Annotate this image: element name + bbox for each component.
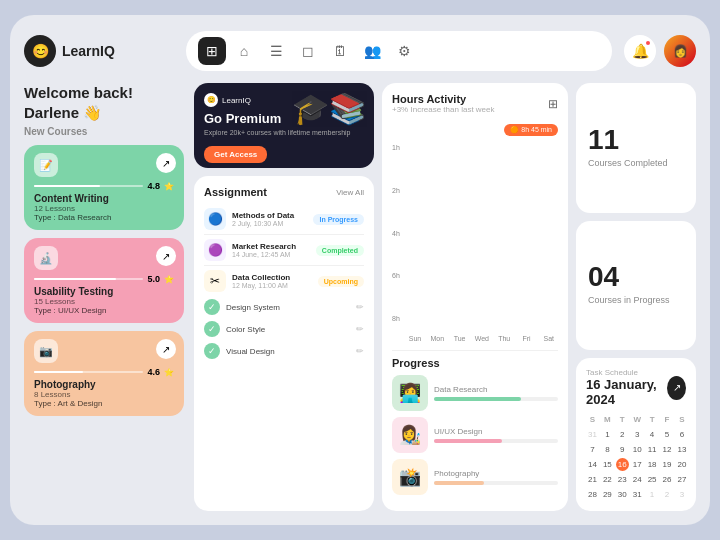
bar-fri: Fri — [517, 333, 535, 342]
assign-date-1: 14 June, 12:45 AM — [232, 251, 310, 258]
nav-grid[interactable]: ⊞ — [198, 37, 226, 65]
activity-grid-icon[interactable]: ⊞ — [548, 97, 558, 111]
stat-progress-label: Courses in Progress — [588, 295, 684, 307]
course-stars-usability: ⭐ — [164, 275, 174, 284]
progress-title: Progress — [392, 357, 558, 369]
main-area: 😊 LearnIQ Go Premium Explore 20k+ course… — [194, 83, 696, 511]
cal-2[interactable]: 2 — [616, 428, 629, 441]
course-arrow-usability[interactable]: ↗ — [156, 246, 176, 266]
assign-info-2: Data Collection 12 May, 11:00 AM — [232, 273, 312, 289]
course-type-writing: Type : Data Research — [34, 213, 174, 222]
assignment-item-2: ✂ Data Collection 12 May, 11:00 AM Upcom… — [204, 266, 364, 296]
course-card-writing[interactable]: 📝 ↗ 4.8 ⭐ Content Writing 12 Lessons Typ… — [24, 145, 184, 230]
assign-name-0: Methods of Data — [232, 211, 307, 220]
progress-avatar-0: 👩‍💻 — [392, 375, 428, 411]
cal-20[interactable]: 20 — [675, 458, 688, 471]
task-name-2: Visual Design — [226, 347, 350, 356]
activity-header: Hours Activity +3% Increase than last we… — [392, 93, 558, 114]
cal-14[interactable]: 14 — [586, 458, 599, 471]
cal-27[interactable]: 27 — [675, 473, 688, 486]
cal-16-today[interactable]: 16 — [616, 458, 629, 471]
cal-4[interactable]: 4 — [646, 428, 659, 441]
course-lessons-writing: 12 Lessons — [34, 204, 174, 213]
cal-5[interactable]: 5 — [661, 428, 674, 441]
cal-7[interactable]: 7 — [586, 443, 599, 456]
logo-area: 😊 LearnIQ — [24, 35, 174, 67]
view-all-button[interactable]: View All — [336, 188, 364, 197]
assign-name-1: Market Research — [232, 242, 310, 251]
cal-2-next[interactable]: 2 — [661, 488, 674, 501]
cal-31-prev[interactable]: 31 — [586, 428, 599, 441]
cal-18[interactable]: 18 — [646, 458, 659, 471]
cal-26[interactable]: 26 — [661, 473, 674, 486]
cal-19[interactable]: 19 — [661, 458, 674, 471]
nav-settings[interactable]: ⚙ — [390, 37, 418, 65]
course-card-photography[interactable]: 📷 ↗ 4.6 ⭐ Photography 8 Lessons Type : A… — [24, 331, 184, 416]
course-name-usability: Usability Testing — [34, 286, 174, 297]
nav-square[interactable]: ◻ — [294, 37, 322, 65]
cal-11[interactable]: 11 — [646, 443, 659, 456]
cal-hdr-w: W — [631, 413, 644, 426]
course-type-photography: Type : Art & Design — [34, 399, 174, 408]
cal-15[interactable]: 15 — [601, 458, 614, 471]
calendar-next-button[interactable]: ↗ — [667, 376, 686, 400]
nav-users[interactable]: 👥 — [358, 37, 386, 65]
cal-6[interactable]: 6 — [675, 428, 688, 441]
progress-bar-fill-1 — [434, 439, 502, 443]
cal-3[interactable]: 3 — [631, 428, 644, 441]
cal-8[interactable]: 8 — [601, 443, 614, 456]
calendar-label: Task Schedule — [586, 368, 667, 377]
y-axis: 8h 6h 4h 2h 1h — [392, 144, 400, 322]
premium-logo-icon: 😊 — [204, 93, 218, 107]
progress-bar-fill-0 — [434, 397, 521, 401]
activity-tag: 🟠 8h 45 min — [504, 124, 558, 136]
course-stars-photography: ⭐ — [164, 368, 174, 377]
notification-button[interactable]: 🔔 — [624, 35, 656, 67]
cal-30[interactable]: 30 — [616, 488, 629, 501]
cal-hdr-t1: T — [616, 413, 629, 426]
premium-card: 😊 LearnIQ Go Premium Explore 20k+ course… — [194, 83, 374, 168]
header: 😊 LearnIQ ⊞ ⌂ ☰ ◻ 🗓 👥 ⚙ 🔔 👩 — [24, 29, 696, 73]
nav-calendar[interactable]: 🗓 — [326, 37, 354, 65]
cal-12[interactable]: 12 — [661, 443, 674, 456]
cal-13[interactable]: 13 — [675, 443, 688, 456]
cal-1[interactable]: 1 — [601, 428, 614, 441]
cal-31[interactable]: 31 — [631, 488, 644, 501]
user-avatar[interactable]: 👩 — [664, 35, 696, 67]
cal-3-next[interactable]: 3 — [675, 488, 688, 501]
task-item-0: ✓ Design System ✏ — [204, 296, 364, 318]
task-edit-0[interactable]: ✏ — [356, 302, 364, 312]
activity-title: Hours Activity — [392, 93, 495, 105]
get-access-button[interactable]: Get Access — [204, 146, 267, 163]
assign-status-1: Completed — [316, 245, 364, 256]
cal-25[interactable]: 25 — [646, 473, 659, 486]
cal-24[interactable]: 24 — [631, 473, 644, 486]
cal-23[interactable]: 23 — [616, 473, 629, 486]
task-edit-2[interactable]: ✏ — [356, 346, 364, 356]
course-arrow-photography[interactable]: ↗ — [156, 339, 176, 359]
nav-doc[interactable]: ☰ — [262, 37, 290, 65]
cal-10[interactable]: 10 — [631, 443, 644, 456]
bar-tue: Tue — [450, 333, 468, 342]
premium-desc: Explore 20k+ courses with lifetime membe… — [204, 128, 364, 137]
cal-28[interactable]: 28 — [586, 488, 599, 501]
task-edit-1[interactable]: ✏ — [356, 324, 364, 334]
cal-17[interactable]: 17 — [631, 458, 644, 471]
progress-bar-bg-1 — [434, 439, 558, 443]
course-arrow-writing[interactable]: ↗ — [156, 153, 176, 173]
course-card-usability[interactable]: 🔬 ↗ 5.0 ⭐ Usability Testing 15 Lessons T… — [24, 238, 184, 323]
cal-1-next[interactable]: 1 — [646, 488, 659, 501]
course-rating-writing: 4.8 — [147, 181, 160, 191]
bar-sun: Sun — [406, 333, 424, 342]
task-check-0: ✓ — [204, 299, 220, 315]
course-progress-writing: 4.8 ⭐ — [34, 181, 174, 191]
calendar-grid: S M T W T F S 31 1 2 3 4 5 6 7 — [586, 413, 686, 501]
bar-sat: Sat — [540, 333, 558, 342]
cal-9[interactable]: 9 — [616, 443, 629, 456]
progress-item-2: 📸 Photography — [392, 459, 558, 495]
cal-29[interactable]: 29 — [601, 488, 614, 501]
nav-home[interactable]: ⌂ — [230, 37, 258, 65]
welcome-greeting: Welcome back! Darlene 👋 — [24, 83, 184, 122]
cal-22[interactable]: 22 — [601, 473, 614, 486]
cal-21[interactable]: 21 — [586, 473, 599, 486]
